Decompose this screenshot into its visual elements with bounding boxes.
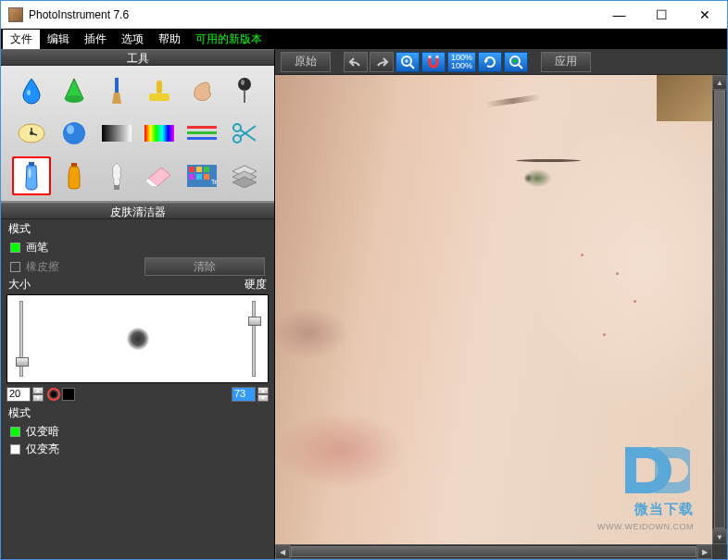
menu-edit[interactable]: 编辑 xyxy=(40,30,77,49)
menu-options[interactable]: 选项 xyxy=(114,30,151,49)
size-up-icon[interactable]: ▲ xyxy=(32,387,44,394)
clock-tool[interactable] xyxy=(12,114,51,153)
menu-help[interactable]: 帮助 xyxy=(151,30,188,49)
levels-tool[interactable] xyxy=(182,114,221,153)
hardness-input[interactable]: 73 xyxy=(232,387,256,402)
brush-mode-label: 画笔 xyxy=(26,240,48,255)
hardness-up-icon[interactable]: ▲ xyxy=(257,387,269,394)
color-swatch[interactable] xyxy=(62,388,75,401)
close-button[interactable]: ✕ xyxy=(684,2,725,28)
svg-point-6 xyxy=(238,78,251,91)
scroll-up-icon[interactable]: ▲ xyxy=(712,75,727,90)
hardness-spinner[interactable]: ▲ ▼ xyxy=(257,387,269,402)
svg-point-25 xyxy=(29,168,31,178)
menu-new-version[interactable]: 可用的新版本 xyxy=(188,30,270,49)
hardness-label: 硬度 xyxy=(245,277,267,292)
sphere-tool[interactable] xyxy=(55,114,94,153)
content-area: 工具 Text 皮肤清洁器 xyxy=(1,49,727,559)
h-scroll-thumb[interactable] xyxy=(291,546,697,557)
svg-rect-4 xyxy=(157,81,162,93)
scroll-left-icon[interactable]: ◀ xyxy=(275,544,290,559)
rotate-button[interactable] xyxy=(478,52,502,72)
zoom-in-button[interactable] xyxy=(395,52,420,72)
pin-tool[interactable] xyxy=(225,71,264,110)
color-radio[interactable] xyxy=(47,388,60,401)
eraser-mode-label: 橡皮擦 xyxy=(26,259,59,275)
original-button[interactable]: 原始 xyxy=(281,52,331,72)
svg-rect-27 xyxy=(114,185,119,190)
darken-label: 仅变暗 xyxy=(26,424,59,440)
horizontal-scrollbar[interactable]: ◀ ▶ xyxy=(275,544,712,559)
size-slider[interactable] xyxy=(19,301,23,377)
magnet-button[interactable] xyxy=(421,52,446,72)
mode-label-2: 模式 xyxy=(1,404,274,423)
svg-line-40 xyxy=(410,65,414,68)
clear-button[interactable]: 清除 xyxy=(144,257,265,276)
eraser-tool[interactable] xyxy=(140,156,179,195)
cone-tool[interactable] xyxy=(55,71,94,110)
zoom-out-button[interactable] xyxy=(504,52,528,72)
canvas[interactable]: 微当下载 WWW.WEIDOWN.COM xyxy=(275,75,712,544)
app-icon xyxy=(8,7,23,22)
size-input[interactable]: 20 xyxy=(6,387,31,402)
svg-text:Text: Text xyxy=(211,179,217,185)
size-label: 大小 xyxy=(8,277,31,292)
watermark-brand: 微当下载 xyxy=(634,501,694,518)
size-slider-thumb[interactable] xyxy=(16,357,29,367)
tube-tool[interactable] xyxy=(12,156,51,195)
eraser-mode-checkbox[interactable] xyxy=(10,262,20,272)
app-window: PhotoInstrument 7.6 — ☐ ✕ 文件 编辑 插件 选项 帮助… xyxy=(0,0,728,560)
gradient-gray-tool[interactable] xyxy=(97,114,136,153)
vertical-scrollbar[interactable]: ▲ ▼ xyxy=(712,75,727,544)
apply-button[interactable]: 应用 xyxy=(541,52,591,72)
maximize-button[interactable]: ☐ xyxy=(641,2,683,28)
layers-tool[interactable] xyxy=(225,156,264,195)
zoom-bottom: 100% xyxy=(451,62,472,70)
menu-file[interactable]: 文件 xyxy=(3,30,40,49)
brush-dot-icon xyxy=(127,328,149,350)
lighten-label: 仅变亮 xyxy=(26,442,59,457)
smudge-tool[interactable] xyxy=(182,71,221,110)
hardness-slider-thumb[interactable] xyxy=(248,317,261,326)
brush-preview xyxy=(35,295,240,382)
right-panel: 原始 100% 100% 应用 xyxy=(275,49,727,559)
scroll-down-icon[interactable]: ▼ xyxy=(712,529,727,544)
brush-mode-checkbox[interactable] xyxy=(10,243,20,253)
tools-grid: Text xyxy=(1,66,274,203)
watermark-url: WWW.WEIDOWN.COM xyxy=(597,522,694,531)
scroll-right-icon[interactable]: ▶ xyxy=(697,544,712,559)
canvas-toolbar: 原始 100% 100% 应用 xyxy=(275,49,727,75)
menu-plugins[interactable]: 插件 xyxy=(77,30,114,49)
bottle-tool[interactable] xyxy=(55,156,94,195)
svg-rect-3 xyxy=(115,78,119,93)
mosaic-tool[interactable]: Text xyxy=(182,156,221,195)
size-spinner[interactable]: ▲ ▼ xyxy=(32,387,44,402)
lighten-checkbox[interactable] xyxy=(10,444,20,454)
svg-marker-45 xyxy=(484,60,488,64)
brush-tool[interactable] xyxy=(97,71,136,110)
hardness-down-icon[interactable]: ▼ xyxy=(257,394,269,402)
darken-checkbox[interactable] xyxy=(10,427,20,437)
zoom-readout[interactable]: 100% 100% xyxy=(447,52,476,72)
rainbow-tool[interactable] xyxy=(140,114,179,153)
scissors-tool[interactable] xyxy=(225,114,264,153)
svg-rect-16 xyxy=(144,125,174,142)
window-controls: — ☐ ✕ xyxy=(598,2,725,28)
bulb-tool[interactable] xyxy=(97,156,136,195)
size-down-icon[interactable]: ▼ xyxy=(32,394,44,402)
svg-rect-19 xyxy=(187,137,217,140)
svg-point-13 xyxy=(63,122,85,144)
menubar: 文件 编辑 插件 选项 帮助 可用的新版本 xyxy=(1,29,727,49)
canvas-wrap: 微当下载 WWW.WEIDOWN.COM ▲ ▼ xyxy=(275,75,727,544)
window-title: PhotoInstrument 7.6 xyxy=(29,8,598,21)
redo-button[interactable] xyxy=(370,52,394,72)
scroll-corner xyxy=(712,544,727,559)
minimize-button[interactable]: — xyxy=(598,2,640,28)
photo-image: 微当下载 WWW.WEIDOWN.COM xyxy=(275,75,712,544)
undo-button[interactable] xyxy=(344,52,368,72)
stamp-tool[interactable] xyxy=(140,71,179,110)
v-scroll-thumb[interactable] xyxy=(714,91,725,529)
water-drop-tool[interactable] xyxy=(12,71,51,110)
svg-rect-26 xyxy=(71,163,77,167)
hardness-slider[interactable] xyxy=(252,301,256,377)
